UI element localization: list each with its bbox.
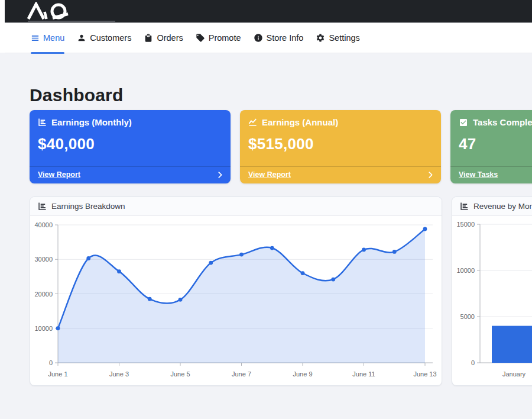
charts-row: Earnings Breakdown 010000200003000040000…	[30, 196, 532, 386]
revenue-by-month-card: Revenue by Month 050001000015000January	[452, 196, 532, 386]
svg-text:June 1: June 1	[48, 370, 67, 378]
bar-chart-icon	[460, 202, 469, 211]
svg-text:10000: 10000	[456, 267, 475, 274]
svg-text:0: 0	[49, 359, 53, 366]
stat-card-body: Tasks Completed47	[450, 110, 532, 153]
svg-text:June 5: June 5	[170, 370, 190, 378]
page-title: Dashboard	[30, 86, 532, 105]
shopping-bag-icon	[144, 33, 153, 43]
bar-chart-icon	[38, 118, 47, 127]
stat-card-value: 47	[459, 135, 532, 153]
stat-card-earnings-monthly: Earnings (Monthly)$40,000View Report	[30, 110, 231, 183]
svg-text:June 7: June 7	[232, 370, 251, 378]
view-report-link[interactable]: View Report	[38, 170, 80, 179]
nav-item-label: Settings	[329, 33, 359, 43]
stat-card-title: Earnings (Monthly)	[51, 117, 132, 127]
logo-underline	[28, 21, 115, 22]
topbar	[5, 0, 532, 23]
nav-item-label: Store Info	[267, 33, 304, 43]
check-square-icon	[459, 118, 468, 127]
main-nav: MenuCustomersOrdersPromoteStore InfoSett…	[5, 23, 532, 53]
chart-title: Earnings Breakdown	[51, 202, 125, 211]
stat-card-title: Tasks Completed	[473, 117, 532, 127]
stat-card-title-row: Earnings (Annual)	[248, 117, 433, 127]
stat-card-footer: View Tasks	[450, 166, 532, 183]
stat-card-title-row: Tasks Completed	[459, 117, 532, 127]
chart-title: Revenue by Month	[473, 202, 532, 211]
main-content: Dashboard Earnings (Monthly)$40,000View …	[0, 53, 532, 386]
hamburger-icon	[31, 34, 40, 43]
svg-text:5000: 5000	[460, 313, 475, 320]
revenue-by-month-chart: 050001000015000January	[452, 216, 532, 385]
nav-item-label: Customers	[90, 33, 131, 43]
stat-card-body: Earnings (Monthly)$40,000	[30, 110, 231, 153]
stat-card-title-row: Earnings (Monthly)	[38, 117, 222, 127]
bar-chart-canvas: 050001000015000January	[452, 216, 532, 385]
stat-card-title: Earnings (Annual)	[262, 117, 338, 127]
info-icon	[254, 33, 263, 43]
stat-card-value: $40,000	[38, 135, 222, 153]
svg-text:10000: 10000	[34, 325, 53, 332]
stat-card-footer: View Report	[240, 166, 441, 183]
nav-item-settings[interactable]: Settings	[316, 23, 359, 53]
line-chart-icon	[248, 118, 257, 127]
earnings-breakdown-header: Earnings Breakdown	[30, 197, 442, 216]
svg-text:June 3: June 3	[109, 370, 129, 378]
svg-text:January: January	[502, 370, 526, 378]
person-icon	[77, 33, 86, 43]
nav-item-store-info[interactable]: Store Info	[254, 23, 304, 53]
svg-text:0: 0	[471, 359, 475, 366]
svg-text:40000: 40000	[34, 221, 53, 228]
nav-item-label: Promote	[209, 33, 241, 43]
svg-text:30000: 30000	[34, 256, 53, 263]
line-chart-canvas: 010000200003000040000June 1June 3June 5J…	[30, 216, 440, 385]
brand-logo-icon	[25, 2, 79, 21]
stat-card-footer: View Report	[30, 166, 231, 183]
bar-chart-icon	[38, 202, 47, 211]
stat-card-body: Earnings (Annual)$515,000	[240, 110, 441, 153]
nav-item-promote[interactable]: Promote	[196, 23, 241, 53]
view-report-link[interactable]: View Report	[248, 170, 291, 179]
gear-icon	[316, 33, 325, 43]
nav-item-customers[interactable]: Customers	[77, 23, 131, 53]
svg-text:15000: 15000	[456, 221, 475, 228]
nav-item-menu[interactable]: Menu	[31, 23, 64, 53]
stat-cards-row: Earnings (Monthly)$40,000View ReportEarn…	[30, 110, 532, 183]
nav-item-label: Orders	[157, 33, 183, 43]
tag-icon	[196, 33, 205, 43]
view-tasks-link[interactable]: View Tasks	[459, 170, 498, 179]
earnings-breakdown-chart: 010000200003000040000June 1June 3June 5J…	[30, 216, 442, 385]
chevron-right-icon	[218, 172, 222, 178]
earnings-breakdown-card: Earnings Breakdown 010000200003000040000…	[30, 196, 442, 386]
stat-card-earnings-annual: Earnings (Annual)$515,000View Report	[240, 110, 441, 183]
chevron-right-icon	[429, 172, 433, 178]
svg-text:June 11: June 11	[352, 370, 375, 378]
revenue-by-month-header: Revenue by Month	[452, 197, 532, 216]
svg-text:20000: 20000	[34, 291, 53, 298]
svg-text:June 9: June 9	[293, 370, 312, 378]
stat-card-tasks-completed: Tasks Completed47View Tasks	[450, 110, 532, 183]
nav-item-orders[interactable]: Orders	[144, 23, 183, 53]
nav-item-label: Menu	[43, 33, 64, 43]
stat-card-value: $515,000	[248, 135, 433, 153]
svg-text:June 13: June 13	[413, 370, 436, 378]
